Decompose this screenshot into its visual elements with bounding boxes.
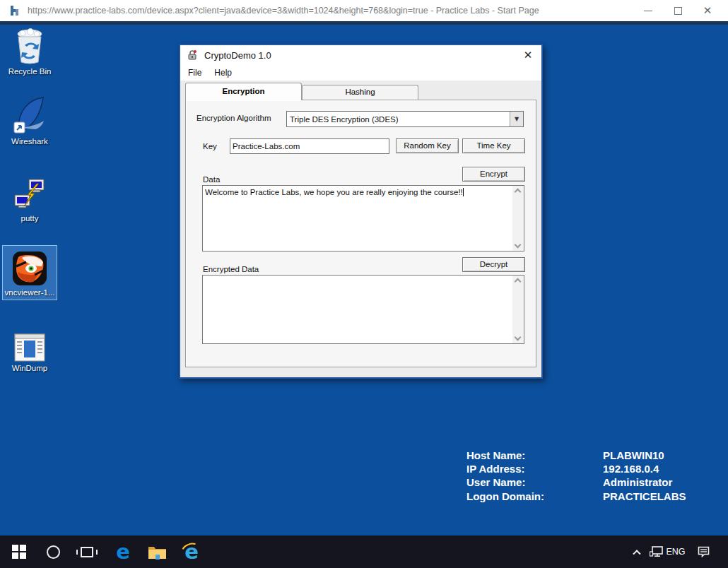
- data-text: Welcome to Practice Labs, we hope you ar…: [205, 188, 463, 196]
- desktop-icon-wireshark[interactable]: Wireshark: [3, 97, 57, 146]
- logon-domain-label: Logon Domain:: [466, 490, 603, 503]
- remote-desktop: Recycle Bin Wireshark putty: [0, 25, 728, 536]
- vncviewer-icon: [12, 251, 47, 286]
- cryptodemo-titlebar[interactable]: CryptoDemo 1.0 ✕: [180, 45, 541, 65]
- network-icon: [650, 546, 663, 557]
- recycle-bin-icon: [13, 28, 46, 65]
- ip-address-value: 192.168.0.4: [603, 462, 659, 475]
- action-center-button[interactable]: [693, 536, 714, 568]
- internet-explorer-button[interactable]: e: [180, 536, 204, 568]
- action-center-icon: [698, 546, 710, 557]
- start-button[interactable]: [7, 536, 31, 568]
- desktop-icon-label: Wireshark: [3, 137, 57, 146]
- browser-window-controls: ✕: [633, 0, 722, 21]
- tab-hashing[interactable]: Hashing: [302, 85, 418, 100]
- menu-help[interactable]: Help: [208, 68, 238, 78]
- cortana-circle-icon: [47, 545, 60, 559]
- language-code: ENG: [666, 547, 685, 557]
- ip-address-row: IP Address: 192.168.0.4: [466, 462, 686, 475]
- data-label: Data: [203, 175, 220, 184]
- edge-icon: e: [116, 542, 130, 562]
- minimize-button[interactable]: [633, 0, 663, 21]
- task-view-button[interactable]: [76, 536, 98, 568]
- desktop-icon-label: putty: [3, 214, 57, 223]
- chevron-down-icon: ▼: [515, 116, 519, 122]
- file-explorer-button[interactable]: [146, 536, 168, 568]
- key-input[interactable]: [230, 138, 389, 154]
- encrypt-button[interactable]: Encrypt: [462, 167, 525, 182]
- algorithm-dropdown[interactable]: Triple DES Encryption (3DES) ▼: [286, 111, 524, 127]
- wireshark-icon: [11, 95, 48, 135]
- host-name-label: Host Name:: [466, 449, 603, 462]
- data-textarea[interactable]: Welcome to Practice Labs, we hope you ar…: [202, 185, 524, 252]
- taskbar: e e ENG: [0, 536, 728, 568]
- host-info-panel: Host Name: PLABWIN10 IP Address: 192.168…: [466, 449, 686, 503]
- encryption-algorithm-label: Encryption Algorithm: [196, 114, 271, 122]
- encrypted-data-label: Encrypted Data: [203, 265, 259, 273]
- desktop-icon-recycle-bin[interactable]: Recycle Bin: [3, 27, 57, 76]
- desktop-icon-label: vncviewer-1...: [3, 288, 57, 297]
- scroll-down-icon[interactable]: [515, 242, 522, 249]
- cryptodemo-window: CryptoDemo 1.0 ✕ File Help Encryption Ha…: [179, 44, 543, 379]
- close-button[interactable]: ✕: [693, 0, 722, 21]
- browser-titlebar[interactable]: https://www.practice-labs.com/device.asp…: [0, 0, 728, 21]
- logon-domain-value: PRACTICELABS: [603, 490, 686, 503]
- menu-file[interactable]: File: [182, 68, 208, 78]
- decrypt-button[interactable]: Decrypt: [462, 257, 525, 272]
- algorithm-selected-value: Triple DES Encryption (3DES): [290, 115, 510, 124]
- tray-expand-button[interactable]: [628, 536, 646, 568]
- host-name-value: PLABWIN10: [603, 449, 664, 462]
- random-key-button[interactable]: Random Key: [396, 138, 459, 153]
- windows-logo-icon: [12, 545, 26, 559]
- encrypted-data-textarea[interactable]: [202, 275, 524, 344]
- network-tray-button[interactable]: [646, 536, 666, 568]
- encrypted-scrollbar[interactable]: [512, 276, 524, 343]
- key-label: Key: [203, 142, 217, 150]
- time-key-button[interactable]: Time Key: [462, 138, 525, 153]
- task-view-icon: [81, 547, 93, 557]
- scroll-down-icon[interactable]: [515, 334, 522, 341]
- desktop-icon-putty[interactable]: putty: [3, 174, 57, 223]
- tab-encryption[interactable]: Encryption: [185, 83, 302, 100]
- desktop-icon-vncviewer[interactable]: vncviewer-1...: [3, 246, 57, 300]
- desktop-icon-label: WinDump: [3, 364, 57, 373]
- cortana-button[interactable]: [42, 536, 64, 568]
- ie-ring: [179, 540, 203, 562]
- window-title: CryptoDemo 1.0: [204, 50, 271, 61]
- screen: https://www.practice-labs.com/device.asp…: [0, 0, 728, 568]
- user-name-value: Administrator: [603, 475, 672, 489]
- menu-bar: File Help: [180, 65, 541, 81]
- scroll-up-icon[interactable]: [515, 189, 522, 196]
- language-indicator[interactable]: ENG: [664, 536, 687, 568]
- desktop-icon-label: Recycle Bin: [3, 67, 57, 76]
- chevron-up-icon: [633, 550, 640, 557]
- putty-icon: [13, 178, 46, 212]
- windump-icon: [14, 333, 45, 362]
- folder-icon: [148, 545, 167, 560]
- window-close-icon[interactable]: ✕: [519, 47, 537, 64]
- edge-taskbar-button[interactable]: e: [112, 536, 134, 568]
- browser-url-title: https://www.practice-labs.com/device.asp…: [28, 6, 539, 16]
- user-name-row: User Name: Administrator: [466, 475, 686, 489]
- desktop-icon-windump[interactable]: WinDump: [3, 324, 57, 373]
- cryptodemo-app-icon: [187, 49, 198, 61]
- dropdown-button[interactable]: ▼: [510, 112, 523, 126]
- data-scrollbar[interactable]: [512, 186, 524, 251]
- text-caret: [463, 188, 464, 196]
- host-name-row: Host Name: PLABWIN10: [466, 449, 686, 462]
- practice-labs-favicon: [9, 5, 20, 16]
- ip-address-label: IP Address:: [466, 462, 603, 475]
- scroll-up-icon[interactable]: [515, 278, 522, 285]
- logon-domain-row: Logon Domain: PRACTICELABS: [466, 490, 686, 503]
- maximize-button[interactable]: [663, 0, 693, 21]
- user-name-label: User Name:: [466, 475, 603, 489]
